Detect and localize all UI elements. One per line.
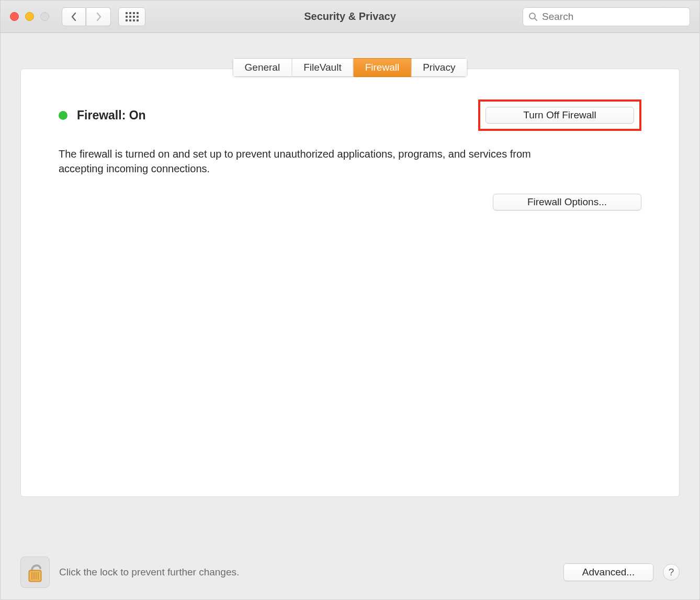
- unlocked-lock-icon: [26, 561, 44, 584]
- status-left: Firewall: On: [59, 108, 146, 123]
- preferences-window: Security & Privacy General FileVault Fir…: [0, 0, 700, 600]
- tab-filevault[interactable]: FileVault: [292, 58, 354, 77]
- tab-general[interactable]: General: [233, 58, 292, 77]
- body-area: General FileVault Firewall Privacy Firew…: [1, 33, 699, 548]
- search-input[interactable]: [542, 11, 684, 23]
- window-title: Security & Privacy: [304, 10, 396, 23]
- status-indicator-icon: [59, 111, 67, 120]
- maximize-window-button: [40, 12, 49, 21]
- firewall-description: The firewall is turned on and set up to …: [59, 147, 561, 176]
- close-window-button[interactable]: [10, 12, 19, 21]
- chevron-right-icon: [96, 12, 102, 21]
- nav-buttons: [62, 7, 111, 26]
- titlebar: Security & Privacy: [1, 1, 699, 33]
- search-field-wrap[interactable]: [523, 7, 690, 26]
- svg-rect-3: [30, 571, 40, 581]
- footer: Click the lock to prevent further change…: [1, 548, 699, 599]
- lock-hint-text: Click the lock to prevent further change…: [59, 566, 239, 578]
- firewall-status-label: Firewall: On: [77, 108, 146, 123]
- window-controls: [10, 12, 49, 21]
- footer-right: Advanced... ?: [563, 563, 680, 581]
- chevron-left-icon: [71, 12, 77, 21]
- advanced-button[interactable]: Advanced...: [563, 563, 653, 581]
- lock-button[interactable]: [20, 557, 50, 588]
- turn-off-firewall-button[interactable]: Turn Off Firewall: [486, 107, 634, 124]
- back-button[interactable]: [62, 7, 86, 26]
- annotation-highlight: Turn Off Firewall: [478, 99, 641, 131]
- show-all-button[interactable]: [118, 7, 145, 26]
- tab-firewall[interactable]: Firewall: [354, 58, 411, 77]
- help-button[interactable]: ?: [663, 564, 680, 581]
- tabs: General FileVault Firewall Privacy: [233, 58, 468, 77]
- grid-icon: [126, 12, 139, 21]
- status-row: Firewall: On Turn Off Firewall: [59, 99, 641, 131]
- minimize-window-button[interactable]: [25, 12, 34, 21]
- forward-button[interactable]: [87, 7, 111, 26]
- svg-line-1: [535, 18, 537, 20]
- firewall-panel: Firewall: On Turn Off Firewall The firew…: [20, 69, 680, 497]
- tab-privacy[interactable]: Privacy: [411, 58, 467, 77]
- search-icon: [528, 12, 538, 21]
- help-icon: ?: [669, 566, 674, 578]
- firewall-options-button[interactable]: Firewall Options...: [493, 194, 641, 210]
- options-row: Firewall Options...: [59, 194, 641, 210]
